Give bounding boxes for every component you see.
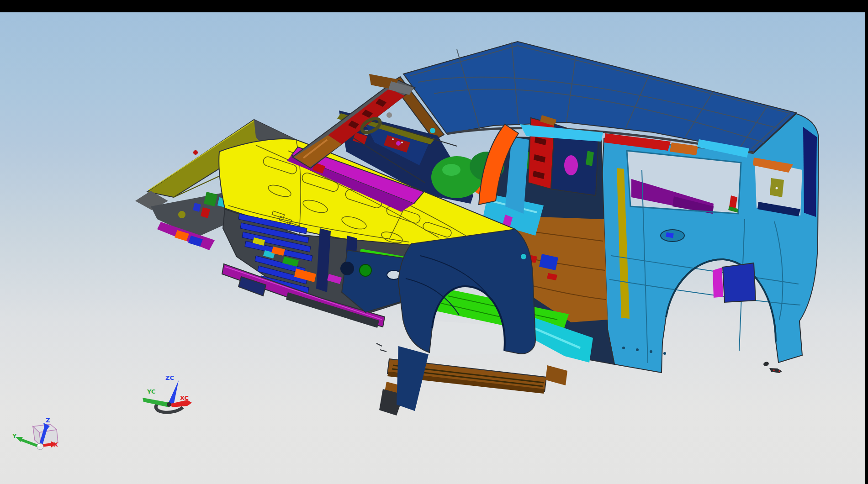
- loose-part-large[interactable]: [769, 368, 782, 373]
- wcs-z-label: ZC: [165, 374, 174, 381]
- loose-part-red-dot-1: [773, 369, 775, 371]
- datum-y-label: Y: [12, 432, 17, 439]
- rear-wheel-house-insert-magenta[interactable]: [713, 268, 723, 298]
- top-black-bar: [0, 0, 868, 12]
- datum-csys[interactable]: Z Y X: [12, 417, 58, 450]
- loose-parts[interactable]: [763, 361, 782, 373]
- loose-part-red-dot-2: [778, 370, 780, 372]
- interior-magenta-dot: [396, 141, 401, 146]
- wcs-x-label: XC: [180, 395, 189, 401]
- graphics-viewport[interactable]: ZC YC XC Z Y X: [0, 0, 868, 484]
- rear-wheel-house-insert-blue[interactable]: [723, 263, 756, 302]
- d-pillar-inner-panel[interactable]: [803, 127, 817, 217]
- wcs-origin-knob[interactable]: [167, 402, 171, 407]
- weld-studs: [376, 343, 386, 352]
- apron-circle-green[interactable]: [360, 264, 371, 276]
- body-side-assembly[interactable]: [601, 114, 819, 373]
- a-pillar-screw-2: [386, 112, 392, 118]
- cad-window: ZC YC XC Z Y X: [0, 0, 868, 484]
- dash-magenta-grommet[interactable]: [564, 155, 578, 175]
- seat-highlight: [442, 164, 460, 176]
- fender-olive-plug: [178, 211, 185, 218]
- running-board-right[interactable]: [545, 365, 567, 385]
- wheel-arch-background: [427, 321, 506, 356]
- apron-hole-dark: [340, 262, 354, 275]
- wcs-triad[interactable]: ZC YC XC: [143, 374, 192, 412]
- quarter-plate-hole: [776, 187, 778, 189]
- fender-cyan-grommet: [521, 254, 526, 259]
- loose-part-small[interactable]: [763, 361, 769, 367]
- wcs-y-label: YC: [147, 388, 156, 395]
- datum-z-label: Z: [46, 417, 50, 424]
- interior-cyan-dot: [430, 128, 435, 133]
- wcs-z-axis-arrow[interactable]: [168, 380, 179, 405]
- right-black-bar: [865, 0, 868, 484]
- datum-x-label: X: [53, 441, 58, 448]
- datum-origin-highlight: [38, 444, 40, 447]
- fender-red-grommet: [193, 150, 198, 155]
- datum-origin-sphere[interactable]: [37, 443, 43, 450]
